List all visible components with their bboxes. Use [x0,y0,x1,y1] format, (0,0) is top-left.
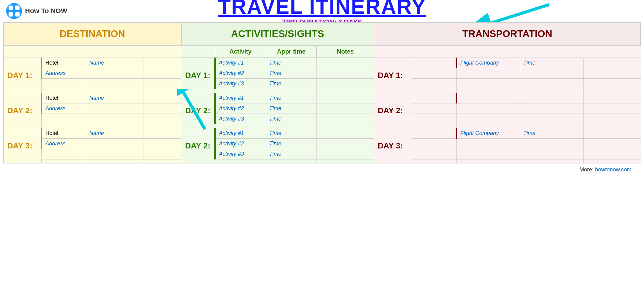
day1-flight-company: Flight Company [457,58,520,68]
day1-act1-time: Time [266,58,317,68]
notes-subheader: Notes [317,45,374,58]
trans-day1-label: DAY 1: [374,58,412,93]
day2-address-label: Address [42,103,86,114]
day2-act3-name: Activity #3 [215,114,266,124]
day1-flight-time: Time [520,58,584,68]
main-title: TRAVEL ITINERARY [218,0,426,17]
trans-day2-label: DAY 2: [374,93,412,128]
day3-act3-name: Activity #3 [215,149,266,159]
logo-text: How To NOW [25,7,67,15]
day1-row1: DAY 1: Hotel Name DAY 1: Activity #1 Tim… [3,58,641,68]
day2-act1-name: Activity #1 [215,93,266,103]
day2-act2-name: Activity #2 [215,103,266,114]
day1-act2-name: Activity #2 [215,68,266,79]
logo-area: How To NOW [6,3,67,19]
day2-hotel-label: Hotel [42,93,86,103]
day2-row1: DAY 2: Hotel Name DAY 2: Activity #1 Tim… [3,93,641,103]
logo-icon [6,3,22,19]
day1-act3-name: Activity #3 [215,79,266,89]
day1-act3-time: Time [266,79,317,89]
day3-act2-name: Activity #2 [215,139,266,149]
day3-act1-time: Time [266,128,317,139]
day2-row4 [3,124,641,128]
act-day3-label: DAY 2: [181,128,215,163]
svg-rect-3 [9,12,13,17]
day1-label: DAY 1: [3,58,42,93]
day1-hotel-label: Hotel [42,58,86,68]
act-day2-label: DAY 2: [181,93,215,128]
day2-row2: Address Activity #2 Time [3,103,641,114]
svg-line-6 [491,5,549,23]
sub-headers-row: Activity Appr time Notes [3,45,641,58]
appr-time-subheader: Appr time [266,45,317,58]
footer-more-label: More: [579,167,594,173]
svg-rect-2 [15,6,20,10]
day3-hotel-label: Hotel [42,128,86,139]
day3-row1: DAY 3: Hotel Name DAY 2: Activity #1 Tim… [3,128,641,139]
day3-act1-name: Activity #1 [215,128,266,139]
transportation-header: TRANSPORTATION [374,22,641,45]
activity-subheader: Activity [215,45,266,58]
day3-label: DAY 3: [3,128,42,163]
day2-row3: Activity #3 Time [3,114,641,124]
day3-hotel-name: Name [86,128,143,139]
destination-header: DESTINATION [3,22,181,45]
day3-row3: Activity #3 Time [3,149,641,159]
header: How To NOW TRAVEL ITINERARY TRIP DURATIO… [0,0,644,22]
day1-row2: Address Activity #2 Time [3,68,641,79]
act-day1-label: DAY 1: [181,58,215,93]
day3-address-label: Address [42,139,86,149]
day1-row4 [3,89,641,93]
day3-act2-time: Time [266,139,317,149]
day3-flight-time: Time [520,128,584,139]
day2-act2-time: Time [266,103,317,114]
itinerary-table: DESTINATION ACTIVITIES/SIGHTS TRANSPORTA… [3,22,641,176]
activities-header: ACTIVITIES/SIGHTS [181,22,374,45]
day2-act3-time: Time [266,114,317,124]
main-content: DESTINATION ACTIVITIES/SIGHTS TRANSPORTA… [0,22,644,179]
trans-day3-label: DAY 3: [374,128,412,163]
day1-act2-time: Time [266,68,317,79]
day1-address-label: Address [42,68,86,79]
footer-link[interactable]: howtonow.com [595,167,631,173]
day2-label: DAY 2: [3,93,42,128]
svg-rect-4 [15,12,20,17]
day1-hotel-name: Name [86,58,143,68]
day2-hotel-name: Name [86,93,143,103]
day3-row4 [3,159,641,163]
svg-rect-1 [9,6,13,10]
day3-row2: Address Activity #2 Time [3,139,641,149]
day1-row3: Activity #3 Time [3,79,641,89]
day2-act1-time: Time [266,93,317,103]
section-headers-row: DESTINATION ACTIVITIES/SIGHTS TRANSPORTA… [3,22,641,45]
footer-row: More: howtonow.com [3,163,641,176]
day1-act1-name: Activity #1 [215,58,266,68]
day3-act3-time: Time [266,149,317,159]
day3-flight-company: Flight Company [457,128,520,139]
svg-point-0 [6,3,22,19]
